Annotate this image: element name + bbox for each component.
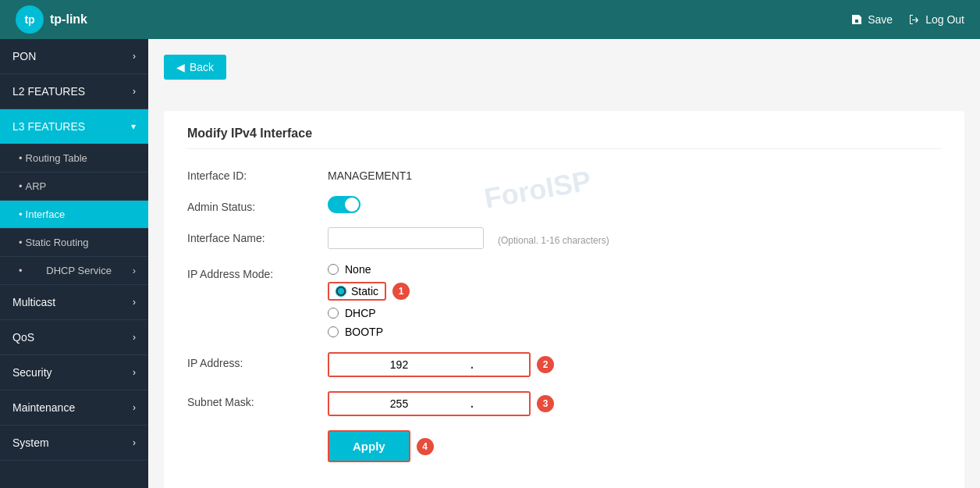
- chevron-right-icon: ›: [133, 332, 136, 343]
- sidebar-item-qos[interactable]: QoS ›: [0, 320, 148, 355]
- sidebar-item-system-label: System: [12, 436, 49, 449]
- main-content: ◀ Back ForoISP Modify IPv4 Interface Int…: [148, 39, 980, 488]
- radio-dhcp[interactable]: DHCP: [328, 307, 941, 319]
- sidebar-item-maintenance-label: Maintenance: [12, 401, 75, 414]
- admin-status-toggle-wrap: [328, 196, 941, 213]
- subnet-mask-label: Subnet Mask:: [187, 391, 328, 408]
- sidebar-item-dhcpservice-label: DHCP Service: [46, 265, 112, 276]
- section-title: Modify IPv4 Interface: [187, 126, 941, 149]
- interface-name-input[interactable]: [328, 227, 484, 249]
- header: tp tp-link Save Log Out: [0, 0, 980, 39]
- ip-address-row: IP Address: . . . 2: [187, 352, 941, 377]
- layout: PON › L2 FEATURES › L3 FEATURES ▾ Routin…: [0, 39, 980, 488]
- sidebar-item-maintenance[interactable]: Maintenance ›: [0, 390, 148, 426]
- toggle-slider: [328, 196, 360, 213]
- annotation-1: 1: [392, 283, 410, 300]
- admin-status-row: Admin Status:: [187, 196, 941, 213]
- apply-label-placeholder: [187, 430, 328, 435]
- save-label: Save: [868, 13, 893, 26]
- sidebar-item-pon[interactable]: PON ›: [0, 39, 148, 74]
- interface-name-row: Interface Name: (Optional. 1-16 characte…: [187, 227, 941, 249]
- annotation-4: 4: [417, 438, 434, 455]
- subnet-octet-2[interactable]: [475, 393, 531, 415]
- sidebar-item-multicast-label: Multicast: [12, 296, 55, 308]
- ip-octet-2[interactable]: [475, 354, 531, 376]
- interface-name-label: Interface Name:: [187, 227, 328, 244]
- chevron-right-icon: ›: [133, 437, 136, 448]
- chevron-right-icon: ›: [133, 265, 136, 276]
- sidebar-item-routing-label: Routing Table: [26, 152, 87, 164]
- subnet-octet-1[interactable]: [329, 393, 469, 415]
- interface-id-value: MANAGEMENT1: [328, 165, 941, 182]
- ip-mode-label: IP Address Mode:: [187, 263, 328, 280]
- ip-address-label: IP Address:: [187, 352, 328, 369]
- radio-static-label: Static: [351, 285, 378, 297]
- logo: tp tp-link: [16, 5, 87, 34]
- sidebar: PON › L2 FEATURES › L3 FEATURES ▾ Routin…: [0, 39, 148, 488]
- annotation-2: 2: [537, 356, 554, 373]
- subnet-mask-row: Subnet Mask: . . . 3: [187, 391, 941, 416]
- chevron-right-icon: ›: [133, 86, 136, 97]
- chevron-right-icon: ›: [133, 51, 136, 62]
- radio-bootp-label: BOOTP: [345, 326, 383, 338]
- sidebar-item-staticrouting-label: Static Routing: [26, 237, 89, 248]
- logout-icon: [908, 13, 921, 26]
- radio-static[interactable]: Static 1: [328, 282, 941, 301]
- radio-bootp[interactable]: BOOTP: [328, 326, 941, 338]
- subnet-mask-control: . . . 3: [328, 391, 941, 416]
- apply-button[interactable]: Apply: [328, 430, 410, 462]
- ip-mode-control: None Static 1 DHCP: [328, 263, 941, 338]
- sidebar-item-interface-label: Interface: [26, 208, 66, 220]
- admin-status-toggle[interactable]: [328, 196, 360, 213]
- logout-button[interactable]: Log Out: [908, 13, 964, 26]
- sidebar-item-l2features[interactable]: L2 FEATURES ›: [0, 74, 148, 109]
- sidebar-item-pon-label: PON: [12, 50, 36, 62]
- sidebar-item-staticrouting[interactable]: Static Routing: [0, 229, 148, 257]
- ip-mode-row: IP Address Mode: None Static: [187, 263, 941, 338]
- apply-row: Apply 4: [187, 430, 941, 462]
- sidebar-item-dhcpservice[interactable]: DHCP Service ›: [0, 257, 148, 285]
- logout-label: Log Out: [925, 13, 964, 26]
- ip-address-control: . . . 2: [328, 352, 941, 377]
- sidebar-item-arp[interactable]: ARP: [0, 173, 148, 201]
- radio-none-input[interactable]: [328, 264, 339, 275]
- header-actions: Save Log Out: [850, 13, 964, 26]
- chevron-right-icon: ›: [133, 402, 136, 413]
- sidebar-item-l3features[interactable]: L3 FEATURES ▾: [0, 109, 148, 144]
- save-button[interactable]: Save: [850, 13, 893, 26]
- admin-status-label: Admin Status:: [187, 196, 328, 213]
- ip-dot-1: .: [469, 358, 475, 371]
- subnet-dot-1: .: [469, 397, 475, 410]
- form-section: ForoISP Modify IPv4 Interface Interface …: [164, 111, 964, 488]
- radio-none[interactable]: None: [328, 263, 941, 276]
- annotation-3: 3: [537, 395, 554, 412]
- interface-id-label: Interface ID:: [187, 165, 328, 182]
- radio-dhcp-input[interactable]: [328, 308, 339, 319]
- apply-control: Apply 4: [328, 430, 941, 462]
- back-label: Back: [190, 61, 214, 73]
- sidebar-item-routing[interactable]: Routing Table: [0, 144, 148, 173]
- radio-static-highlight: Static: [328, 282, 386, 301]
- interface-id-row: Interface ID: MANAGEMENT1: [187, 165, 941, 182]
- radio-none-label: None: [345, 263, 371, 276]
- ip-octet-1[interactable]: [329, 354, 469, 376]
- sidebar-item-multicast[interactable]: Multicast ›: [0, 285, 148, 320]
- chevron-right-icon: ›: [133, 297, 136, 308]
- sidebar-item-qos-label: QoS: [12, 331, 34, 344]
- chevron-down-icon: ▾: [131, 121, 136, 132]
- save-icon: [850, 13, 863, 26]
- ip-address-input-group: . . .: [328, 352, 531, 377]
- radio-dhcp-label: DHCP: [345, 307, 376, 319]
- chevron-right-icon: ›: [133, 367, 136, 378]
- radio-static-input[interactable]: [336, 286, 346, 297]
- sidebar-item-l2features-label: L2 FEATURES: [12, 85, 85, 98]
- logo-text: tp-link: [50, 12, 87, 27]
- back-button[interactable]: ◀ Back: [164, 55, 226, 80]
- radio-bootp-input[interactable]: [328, 326, 339, 337]
- ip-mode-radio-group: None Static 1 DHCP: [328, 263, 941, 338]
- sidebar-item-system[interactable]: System ›: [0, 426, 148, 461]
- subnet-mask-input-group: . . .: [328, 391, 531, 416]
- interface-name-hint: (Optional. 1-16 characters): [498, 230, 609, 246]
- sidebar-item-security[interactable]: Security ›: [0, 355, 148, 390]
- sidebar-item-interface[interactable]: Interface: [0, 201, 148, 229]
